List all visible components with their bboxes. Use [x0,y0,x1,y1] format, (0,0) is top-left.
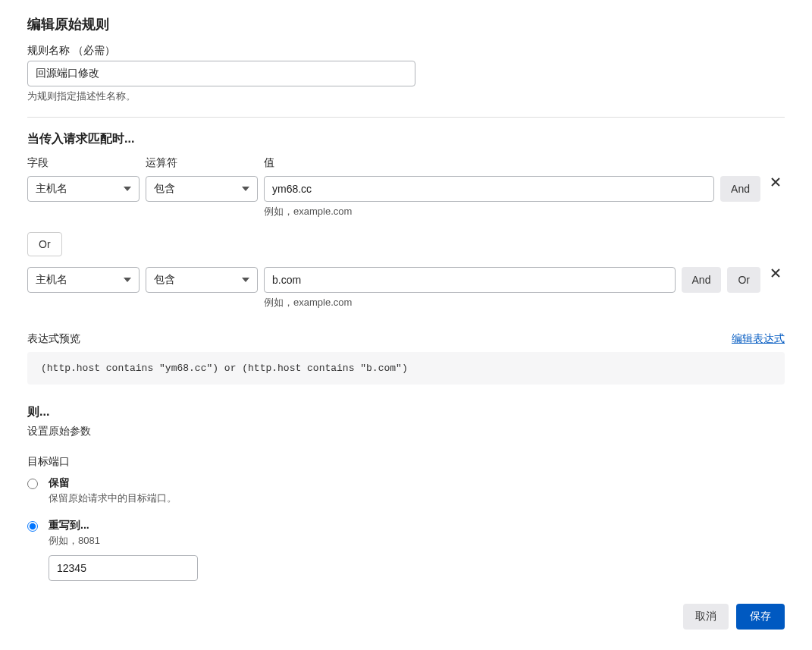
operator-select-value: 包含 [154,273,175,287]
radio-keep[interactable] [27,479,38,489]
expression-preview: (http.host contains "ym68.cc") or (http.… [27,352,785,385]
chevron-down-icon [124,187,131,191]
rule-name-help: 为规则指定描述性名称。 [27,89,785,103]
radio-keep-desc: 保留原始请求中的目标端口。 [49,491,177,505]
chevron-down-icon [242,187,249,191]
col-operator-label: 运算符 [146,156,258,170]
port-input[interactable] [49,555,198,581]
radio-keep-label: 保留 [49,476,177,490]
rule-row: 主机名 包含 例如，example.com And Or [27,267,785,309]
then-title: 则... [27,404,785,420]
close-icon[interactable] [770,267,782,281]
page-title: 编辑原始规则 [27,15,785,33]
port-section-label: 目标端口 [27,455,785,469]
chevron-down-icon [242,278,249,282]
radio-rewrite-label: 重写到... [49,519,198,532]
field-select[interactable]: 主机名 [27,267,140,293]
field-select-value: 主机名 [36,273,67,287]
col-value-label: 值 [264,156,785,170]
rule-row: 主机名 包含 例如，example.com And [27,176,785,218]
field-select-value: 主机名 [36,182,67,196]
rule-name-label: 规则名称 （必需） [27,44,785,58]
save-button[interactable]: 保存 [736,604,785,630]
close-icon[interactable] [770,176,782,190]
operator-select[interactable]: 包含 [146,267,258,293]
radio-item-rewrite: 重写到... 例如，8081 [27,519,785,581]
then-subtitle: 设置原始参数 [27,425,785,438]
radio-item-keep: 保留 保留原始请求中的目标端口。 [27,476,785,505]
cancel-button[interactable]: 取消 [683,604,729,630]
rule-name-required: （必需） [73,44,115,56]
chevron-down-icon [124,278,131,282]
edit-expression-link[interactable]: 编辑表达式 [732,332,785,346]
or-connector: Or [27,232,62,256]
or-button[interactable]: Or [727,267,760,293]
divider [27,117,785,118]
operator-select-value: 包含 [154,182,175,196]
match-title: 当传入请求匹配时... [27,131,785,147]
expression-label: 表达式预览 [27,332,80,346]
and-button[interactable]: And [720,176,760,202]
rule-name-input[interactable] [27,61,415,86]
operator-select[interactable]: 包含 [146,176,258,202]
radio-rewrite[interactable] [27,521,38,532]
field-select[interactable]: 主机名 [27,176,140,202]
and-button[interactable]: And [682,267,722,293]
col-field-label: 字段 [27,156,140,170]
value-input[interactable] [264,267,676,293]
value-input[interactable] [264,176,714,202]
value-hint: 例如，example.com [264,205,714,218]
rule-name-label-text: 规则名称 [27,44,70,56]
radio-rewrite-desc: 例如，8081 [49,534,198,548]
value-hint: 例如，example.com [264,296,676,309]
